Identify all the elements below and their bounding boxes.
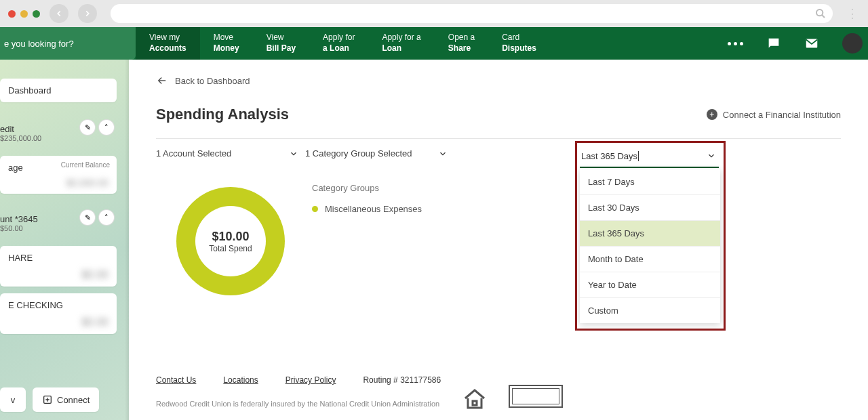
- sidebar-age-card[interactable]: Current Balance age $0,000.00: [0, 156, 117, 194]
- date-range-field[interactable]: Last 365 Days: [580, 148, 719, 168]
- chat-icon[interactable]: [766, 36, 781, 51]
- total-spend-amount: $10.00: [209, 230, 252, 244]
- donut-ring: $10.00 Total Spend: [176, 187, 285, 295]
- edit-icon[interactable]: ✎: [80, 210, 95, 225]
- nav-move-money[interactable]: Move Money: [200, 27, 253, 60]
- global-search[interactable]: e you looking for?: [0, 27, 136, 60]
- connect-icon: [42, 394, 53, 405]
- window-controls: [8, 10, 40, 18]
- chevron-up-icon[interactable]: ˄: [99, 210, 114, 225]
- sidebar-checking-card[interactable]: E CHECKING $0.00: [0, 293, 117, 334]
- legend-dot-icon: [312, 206, 318, 212]
- masked-balance: $0,000.00: [66, 177, 108, 188]
- footer-locations[interactable]: Locations: [223, 375, 258, 385]
- maximize-window-icon[interactable]: [33, 10, 40, 18]
- close-window-icon[interactable]: [8, 10, 16, 18]
- masked-balance: $0.00: [81, 269, 108, 281]
- search-icon[interactable]: [815, 8, 826, 19]
- nav-apply-loan-a[interactable]: Apply for a Loan: [309, 27, 368, 60]
- browser-forward-button[interactable]: [78, 4, 97, 23]
- browser-back-button[interactable]: [50, 4, 68, 23]
- main-panel: Back to Dashboard Spending Analysis + Co…: [129, 60, 868, 420]
- nav-open-share[interactable]: Open a Share: [435, 27, 488, 60]
- filter-accounts[interactable]: 1 Account Selected: [156, 139, 305, 168]
- primary-nav: e you looking for? View my Accounts Move…: [0, 27, 868, 60]
- connect-institution[interactable]: + Connect a Financial Institution: [707, 109, 841, 120]
- donut-chart: $10.00 Total Spend: [156, 175, 305, 295]
- equal-housing-icon: [461, 387, 490, 408]
- analysis-body: $10.00 Total Spend Category Groups Misce…: [156, 175, 841, 295]
- chevron-down-icon: [438, 149, 448, 159]
- connect-button[interactable]: Connect: [33, 387, 99, 412]
- routing-number: Routing # 321177586: [363, 375, 441, 385]
- sidebar: Dashboard ✎ ˄ edit $235,000.00 Current B…: [0, 60, 129, 420]
- browser-chrome: ⋮: [0, 0, 868, 27]
- page-title: Spending Analysis: [156, 106, 289, 123]
- filter-categories[interactable]: 1 Category Group Selected: [305, 139, 454, 168]
- sidebar-action-left[interactable]: v: [0, 387, 26, 412]
- footer-links: Contact Us Locations Privacy Policy Rout…: [156, 375, 841, 385]
- sidebar-account-3645[interactable]: ✎ ˄ unt *3645 $50.00: [0, 207, 117, 239]
- plus-circle-icon: +: [707, 109, 717, 120]
- masked-balance: $0.00: [81, 316, 108, 329]
- filter-row: 1 Account Selected 1 Category Group Sele…: [156, 139, 841, 168]
- footer: Contact Us Locations Privacy Policy Rout…: [156, 375, 841, 408]
- chevron-down-icon: [707, 151, 716, 161]
- dd-option-365[interactable]: Last 365 Days: [580, 221, 720, 247]
- category-heading: Category Groups: [312, 183, 422, 193]
- nav-apply-loan-b[interactable]: Apply for a Loan: [368, 27, 434, 60]
- nav-accounts[interactable]: View my Accounts: [136, 27, 200, 60]
- category-legend: Category Groups Miscellaneous Expenses: [305, 175, 422, 295]
- minimize-window-icon[interactable]: [20, 10, 28, 18]
- chevron-up-icon[interactable]: ˄: [99, 120, 114, 135]
- svg-point-0: [816, 9, 823, 16]
- total-spend-label: Total Spend: [209, 244, 252, 253]
- arrow-left-icon: [156, 75, 168, 87]
- category-item-misc[interactable]: Miscellaneous Expenses: [312, 204, 422, 214]
- dd-option-7[interactable]: Last 7 Days: [580, 169, 720, 195]
- back-to-dashboard[interactable]: Back to Dashboard: [156, 75, 841, 87]
- nav-card-disputes[interactable]: Card Disputes: [488, 27, 550, 60]
- sidebar-credit[interactable]: ✎ ˄ edit $235,000.00: [0, 117, 117, 149]
- footer-privacy[interactable]: Privacy Policy: [285, 375, 336, 385]
- footer-badges: [461, 385, 563, 408]
- nav-bill-pay[interactable]: View Bill Pay: [253, 27, 309, 60]
- content-area: Dashboard ✎ ˄ edit $235,000.00 Current B…: [0, 60, 868, 420]
- dd-option-30[interactable]: Last 30 Days: [580, 195, 720, 221]
- chevron-down-icon: [289, 149, 298, 159]
- mail-icon[interactable]: [804, 36, 819, 51]
- search-placeholder: e you looking for?: [4, 39, 74, 49]
- nav-utilities: [728, 27, 868, 60]
- avatar[interactable]: [842, 33, 863, 54]
- url-bar[interactable]: [111, 4, 833, 23]
- more-menu-icon[interactable]: [728, 42, 743, 45]
- footer-contact[interactable]: Contact Us: [156, 375, 196, 385]
- date-range-dropdown: Last 7 Days Last 30 Days Last 365 Days M…: [580, 169, 720, 323]
- browser-menu-icon[interactable]: ⋮: [846, 6, 860, 21]
- edit-icon[interactable]: ✎: [80, 120, 95, 135]
- sidebar-share-card[interactable]: HARE $0.00: [0, 246, 117, 287]
- sidebar-actions: v Connect: [0, 387, 121, 412]
- dd-option-ytd[interactable]: Year to Date: [580, 272, 720, 298]
- dd-option-custom[interactable]: Custom: [580, 298, 720, 323]
- ncua-badge-icon: [509, 385, 563, 408]
- sidebar-dashboard[interactable]: Dashboard: [0, 79, 117, 102]
- title-row: Spending Analysis + Connect a Financial …: [156, 106, 841, 139]
- dd-option-mtd[interactable]: Month to Date: [580, 247, 720, 272]
- svg-rect-3: [473, 401, 477, 405]
